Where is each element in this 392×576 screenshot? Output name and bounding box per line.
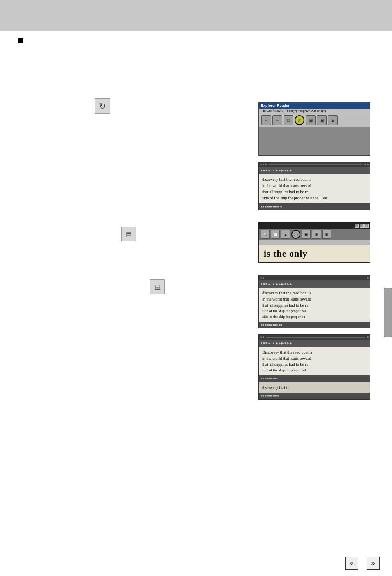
toolbar-title: Explorer Reader	[259, 103, 370, 109]
is-only-toolbar: 🔍 📋 ▲ ◯ ▣ ▣ ▣	[259, 229, 370, 240]
doc-content-1: discovery that the reed boat is in the w…	[259, 174, 370, 203]
win-btn-min[interactable]: -	[355, 224, 359, 228]
bottom-nav: « »	[345, 557, 380, 570]
doc-topbar-3	[259, 275, 370, 280]
refresh-icon: ↻	[95, 98, 110, 114]
section3-row: ▤ ■ ■ ■ ● · ▲ ▶ ▶ ▶ ■ ▶ ▶ dis	[18, 275, 374, 400]
doc-statusbar-4b: ■■ ■■■■ ■■■■	[259, 393, 370, 399]
next-page-button[interactable]: »	[367, 557, 380, 570]
doc-statusbar-3: ■■ ■■■■ ■■■ ■■	[259, 322, 370, 328]
is-only-btn-6[interactable]: ▣	[312, 230, 321, 239]
prev-page-button[interactable]: «	[345, 557, 358, 570]
doc-screenshot-4: ■ ■ ■ ● · ▲ ▶ ▶ ▶ ■ ▶ ▶ Discovery that t…	[258, 334, 370, 400]
section2-screenshots: - □ × 🔍 📋 ▲ ◯ ▣ ▣ ▣ is	[258, 222, 374, 263]
doc-statusbar-4: ■■ ■■■■ ■■■	[259, 375, 370, 382]
doc-icon-2: ▤	[150, 279, 165, 294]
section1-row: ↻ Explorer Reader File Edit View(?) Tool…	[18, 102, 374, 210]
doc-screenshot-3: ■ ■ ■ ● · ▲ ▶ ▶ ▶ ■ ▶ ▶ discovery that t…	[258, 275, 370, 328]
doc-topbar-1	[259, 162, 370, 167]
is-only-btn-7[interactable]: ▣	[322, 230, 331, 239]
top-banner	[0, 0, 392, 31]
section2-row: ▤ - □ × 🔍 📋 ▲ ◯ ▣ ▣	[18, 222, 374, 263]
tb-btn-6[interactable]: ▣	[317, 115, 327, 125]
doc-toolbar-4: ■ ■ ■ ● · ▲ ▶ ▶ ▶ ■ ▶ ▶	[259, 340, 370, 347]
scrollbar-tab[interactable]	[384, 288, 392, 337]
section-bullet	[18, 38, 23, 43]
tb-btn-1[interactable]: ←	[261, 115, 271, 125]
doc-content-3: discovery that the reed boat is in the w…	[259, 288, 370, 322]
section1-screenshots: Explorer Reader File Edit View(?) Tools(…	[258, 102, 374, 210]
doc-toolbar-3: ■ ■ ■ ● · ▲ ▶ ▶ ▶ ■ ▶ ▶	[259, 280, 370, 288]
toolbar-menu: File Edit View(?) Tools(?) Program Actio…	[259, 109, 370, 113]
win-btn-max[interactable]: □	[360, 224, 364, 228]
doc-topbar-4	[259, 335, 370, 340]
is-only-btn-4-highlighted[interactable]: ◯	[291, 230, 300, 239]
is-only-screenshot: - □ × 🔍 📋 ▲ ◯ ▣ ▣ ▣ is	[258, 222, 370, 263]
doc-icon-1: ▤	[121, 227, 136, 241]
tb-btn-4-highlighted[interactable]: ◎	[295, 115, 304, 125]
tb-btn-5[interactable]: ▣	[306, 115, 316, 125]
is-only-btn-2[interactable]: 📋	[271, 230, 280, 239]
doc-screenshot-1: ■ ■ ■ ● · ▲ ▶ ▶ ▶ ■ ▶ ▶ discovery that t…	[258, 162, 370, 210]
is-only-btn-5[interactable]: ▣	[302, 230, 311, 239]
toolbar-buttons: ← → □ ◎ ▣ ▣ ▲	[259, 113, 370, 127]
is-only-btn-1[interactable]: 🔍	[261, 230, 270, 239]
toolbar-screenshot-1: Explorer Reader File Edit View(?) Tools(…	[258, 102, 370, 156]
is-only-ruler	[259, 240, 370, 245]
doc-content-4: Discovery that the reed boat is in the w…	[259, 347, 370, 375]
doc-content-4b: discovery that th	[259, 382, 370, 393]
doc-statusbar-1: ■■ ■■■■ ■■■■ ■	[259, 203, 370, 210]
is-only-titlebar: - □ ×	[259, 223, 370, 229]
is-only-body: is the only	[259, 245, 370, 262]
tb-btn-3[interactable]: □	[284, 115, 293, 125]
tb-btn-2[interactable]: →	[272, 115, 282, 125]
section3-screenshots: ■ ■ ■ ● · ▲ ▶ ▶ ▶ ■ ▶ ▶ discovery that t…	[258, 275, 374, 400]
page-wrapper: ↻ Explorer Reader File Edit View(?) Tool…	[0, 0, 392, 576]
win-btn-close[interactable]: ×	[364, 224, 369, 228]
doc-toolbar-1: ■ ■ ■ ● · ▲ ▶ ▶ ▶ ■ ▶ ▶	[259, 167, 370, 174]
tb-btn-7[interactable]: ▲	[328, 115, 338, 125]
toolbar-body	[259, 127, 370, 155]
is-only-btn-3[interactable]: ▲	[281, 230, 290, 239]
